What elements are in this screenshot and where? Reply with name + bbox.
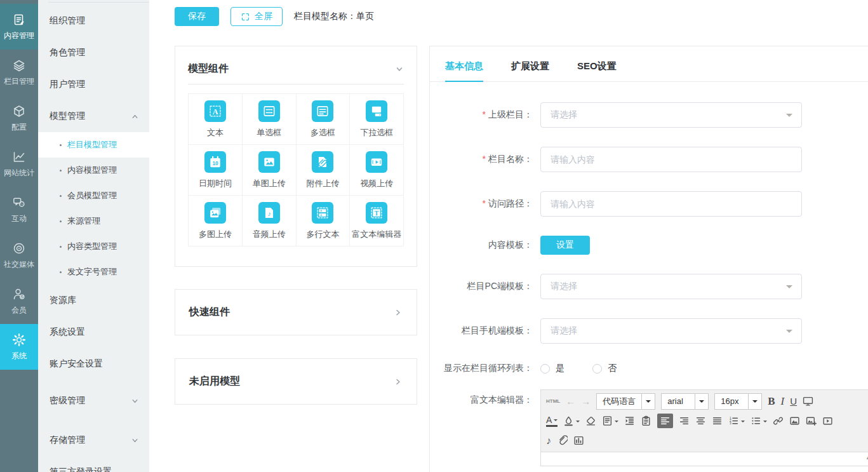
primary-nav-item-1[interactable]: 内容管理 [0,4,38,50]
secondary-nav-item-15[interactable]: 存储管理 [38,424,149,456]
component-calendar[interactable]: 10日期时间 [189,145,243,196]
align-center-tool[interactable] [695,415,706,426]
field-label-text: 栏目PC端模板： [467,281,533,291]
link-tool[interactable] [773,415,784,426]
font-color-tool[interactable]: A [546,415,558,427]
tab-1[interactable]: 基本信息 [445,60,483,81]
image-add-tool[interactable] [806,415,817,426]
primary-nav-item-4[interactable]: 网站统计 [0,141,38,187]
primary-nav-item-5[interactable]: 互动 [0,187,38,233]
bg-color-tool[interactable] [563,415,580,426]
component-image-single[interactable]: 单图上传 [243,145,297,196]
primary-nav-item-6[interactable]: 社交媒体 [0,233,38,278]
quick-components-header[interactable]: 快速组件 [175,290,417,335]
unordered-list-tool[interactable] [751,415,767,426]
secondary-nav-label: 内容类型管理 [67,241,117,252]
dropdown-caret-icon[interactable] [695,394,708,409]
editor-select[interactable]: 16px [714,393,762,410]
text-input[interactable] [540,191,802,217]
paste-tool[interactable] [641,415,651,426]
secondary-nav-item-14[interactable]: 密级管理 [38,385,149,417]
image-tool[interactable] [789,415,800,426]
mini-caret-icon[interactable] [576,421,580,424]
bold-tool[interactable]: B [768,396,775,407]
editor-content-area[interactable]: ▲ [540,452,868,466]
eraser-tool[interactable] [585,415,596,426]
settings-button[interactable]: 设置 [540,236,590,255]
mini-caret-icon[interactable] [554,419,558,423]
attachment-tool[interactable] [557,435,568,446]
radio-circle-icon[interactable] [592,364,602,374]
component-check-lines[interactable]: 多选框 [297,94,351,145]
secondary-nav-item-4[interactable]: 模型管理 [38,100,149,132]
dropdown-caret-icon[interactable] [641,394,655,409]
component-text-a[interactable]: A文本 [189,94,243,145]
tab-3[interactable]: SEO设置 [577,60,617,81]
undo-tool[interactable]: ← [566,396,575,406]
component-multiline-text[interactable]: AA多行文本 [297,196,351,246]
editor-select-value: 16px [715,394,748,409]
underline-tool[interactable]: U [790,396,797,406]
primary-nav-item-8[interactable]: 系统 [0,324,38,370]
secondary-nav-item-11[interactable]: 资源库 [38,285,149,316]
primary-nav-label: 系统 [11,351,27,361]
editor-select[interactable]: 代码语言 [596,393,655,410]
form-row-6: 栏目手机端模板：请选择 [430,318,868,344]
indent-tool[interactable] [624,415,635,426]
format-doc-tool[interactable] [602,415,618,426]
save-button[interactable]: 保存 [175,7,219,26]
align-left-tool[interactable] [657,414,673,428]
unused-models-header[interactable]: 未启用模型 [175,359,417,404]
mini-caret-icon[interactable] [615,421,618,424]
italic-tool[interactable]: I [781,396,785,407]
select-field[interactable]: 请选择 [540,318,802,344]
radio-circle-icon[interactable] [540,364,550,374]
video-tool[interactable] [822,415,833,426]
radio-option-2[interactable]: 否 [592,363,617,374]
tab-2[interactable]: 扩展设置 [511,60,549,81]
scroll-up-icon[interactable]: ▲ [865,455,868,461]
secondary-nav-item-7[interactable]: 会员模型管理 [38,183,149,208]
component-video-player[interactable]: 视频上传 [350,145,404,196]
secondary-nav-item-1[interactable]: 组织管理 [38,5,149,37]
secondary-nav-item-10[interactable]: 发文字号管理 [38,259,149,285]
component-audio-doc[interactable]: ♪音频上传 [243,196,297,246]
field-label-text: 显示在栏目循环列表： [444,363,533,373]
monitor-tool[interactable] [803,396,813,407]
select-field[interactable]: 请选择 [540,102,802,128]
secondary-nav-item-2[interactable]: 角色管理 [38,37,149,69]
mini-caret-icon[interactable] [741,421,745,424]
component-image-multi[interactable]: 多图上传 [189,196,243,246]
mini-caret-icon[interactable] [763,421,767,424]
component-dropdown-box[interactable]: 下拉选框 [350,94,404,145]
chart-edit-tool[interactable] [573,435,584,446]
secondary-nav-item-8[interactable]: 来源管理 [38,208,149,234]
music-tool[interactable]: ♪ [546,436,551,446]
select-field[interactable]: 请选择 [540,274,802,299]
dropdown-caret-icon[interactable] [748,394,761,409]
secondary-nav-item-3[interactable]: 用户管理 [38,69,149,100]
component-label: 下拉选框 [360,127,393,138]
align-right-tool[interactable] [679,415,690,426]
secondary-nav-item-6[interactable]: 内容模型管理 [38,158,149,183]
secondary-nav-item-9[interactable]: 内容类型管理 [38,234,149,259]
secondary-nav-item-16[interactable]: 第三方登录设置 [38,456,149,472]
primary-nav-item-7[interactable]: 会员 [0,278,38,324]
component-radio-lines[interactable]: 单选框 [243,94,297,145]
editor-select[interactable]: arial [661,393,709,410]
component-attachment-doc[interactable]: 附件上传 [297,145,351,196]
ordered-list-tool[interactable]: 123 [728,415,745,426]
secondary-nav-item-13[interactable]: 账户安全设置 [38,348,149,380]
component-richtext-t[interactable]: T富文本编辑器 [350,196,404,246]
model-components-header[interactable]: 模型组件 [188,46,404,84]
fullscreen-button[interactable]: 全屏 [230,7,283,26]
redo-tool[interactable]: → [581,396,591,406]
primary-nav-item-2[interactable]: 栏目管理 [0,50,38,95]
secondary-nav-item-12[interactable]: 系统设置 [38,316,149,348]
radio-option-1[interactable]: 是 [540,363,564,374]
primary-nav-item-3[interactable]: 配置 [0,95,38,141]
secondary-nav-item-5[interactable]: 栏目模型管理 [38,132,149,158]
align-justify-tool[interactable] [712,415,723,426]
html-source-tool[interactable]: HTML [546,399,560,404]
text-input[interactable] [540,147,802,172]
